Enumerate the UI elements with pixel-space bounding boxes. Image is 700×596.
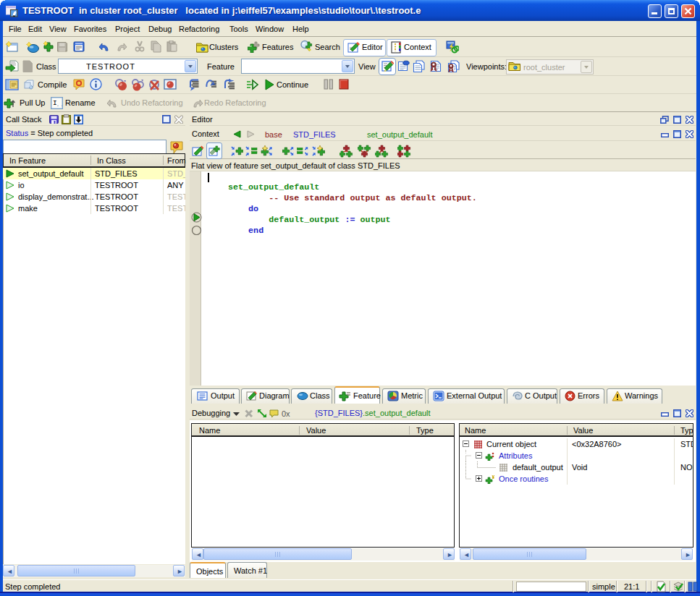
svg-text:...: ... [56,101,63,108]
